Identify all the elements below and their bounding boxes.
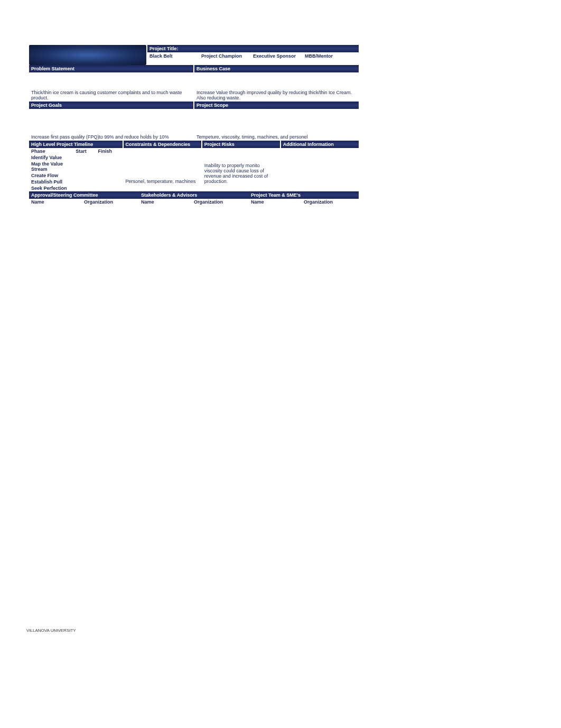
- team-name-label: Name: [251, 199, 304, 205]
- project-scope-text: Tempeture, viscosity, timing, machines, …: [197, 134, 357, 140]
- problem-statement-text: Thick/thin ice cream is causing customer…: [31, 90, 191, 100]
- project-title-label: Project Title:: [147, 45, 359, 52]
- phase-identify-value: Identify Value: [31, 155, 76, 160]
- additional-header: Additional Information: [281, 141, 359, 148]
- approval-name-label: Name: [31, 199, 84, 205]
- logo-area: [29, 45, 146, 65]
- mbb-mentor-label: MBB/Mentor: [305, 53, 357, 59]
- business-case-header: Business Case: [194, 65, 359, 72]
- phase-establish-pull: Establish Pull: [31, 179, 76, 185]
- timeline-header: High Level Project Timeline: [29, 141, 123, 148]
- phase-map-value-stream: Map the Value Stream: [31, 161, 76, 172]
- team-org-label: Organization: [304, 199, 357, 205]
- footer-text: VILLANOVA UNIVERSITY: [26, 628, 76, 633]
- stakeholders-name-label: Name: [141, 199, 194, 205]
- approval-content: [29, 205, 139, 237]
- problem-statement-header: Problem Statement: [29, 65, 193, 72]
- approval-header: Approval/Steering Committee: [29, 191, 139, 199]
- stakeholders-header: Stakeholders & Advisors: [139, 191, 249, 199]
- project-champion-label: Project Champion: [201, 53, 253, 59]
- project-goals-text: Increase first pass quality (FPQ)to 99% …: [31, 134, 191, 140]
- business-case-text: Increase Value through improved quality …: [197, 90, 357, 100]
- project-scope-header: Project Scope: [194, 102, 359, 109]
- risks-header: Project Risks: [202, 141, 280, 148]
- approval-org-label: Organization: [84, 199, 137, 205]
- team-content: [249, 205, 359, 237]
- executive-sponsor-label: Executive Sponsor: [253, 53, 305, 59]
- project-goals-header: Project Goals: [29, 102, 193, 109]
- constraints-header: Constraints & Dependencies: [124, 141, 201, 148]
- team-header: Project Team & SME's: [249, 191, 359, 199]
- stakeholders-org-label: Organization: [194, 199, 247, 205]
- finish-col-label: Finish: [98, 149, 120, 154]
- start-col-label: Start: [76, 149, 98, 154]
- stakeholders-content: [139, 205, 249, 237]
- risks-text: Inability to properly monito viscosity c…: [204, 163, 278, 184]
- phase-seek-perfection: Seek Perfection: [31, 186, 76, 191]
- phase-col-label: Phase: [31, 149, 76, 154]
- phase-create-flow: Create Flow: [31, 173, 76, 178]
- black-belt-label: Black Belt: [149, 53, 201, 59]
- constraints-text: Personel, temperature, machines: [126, 179, 199, 184]
